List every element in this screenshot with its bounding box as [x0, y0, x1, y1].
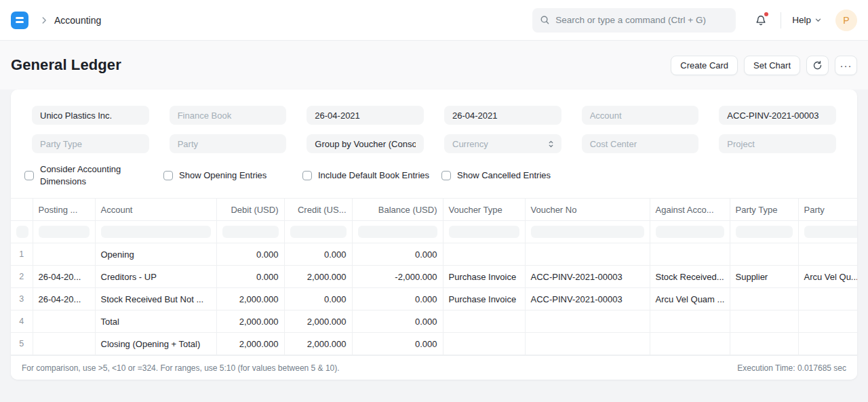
finance-book-input[interactable]: [178, 110, 279, 121]
cell-posting-date[interactable]: [33, 333, 95, 355]
cell-balance[interactable]: 0.000: [352, 333, 443, 355]
search-bar[interactable]: [532, 8, 736, 33]
filter-row-index[interactable]: [16, 226, 28, 238]
avatar[interactable]: P: [835, 9, 857, 31]
cell-account[interactable]: Total: [95, 310, 216, 333]
filter-voucher-no[interactable]: [531, 226, 644, 238]
cell-debit[interactable]: 0.000: [216, 266, 284, 288]
cell-voucher-no[interactable]: [525, 333, 650, 355]
cell-against-account[interactable]: Stock Received...: [650, 266, 730, 288]
menu-button[interactable]: ···: [835, 56, 857, 75]
cost-center-input[interactable]: [590, 139, 691, 149]
to-date-input[interactable]: [452, 110, 553, 121]
filter-party-type[interactable]: [32, 134, 149, 153]
cell-posting-date[interactable]: [33, 243, 95, 266]
cell-against-account[interactable]: Arcu Vel Quam ...: [650, 288, 730, 310]
filter-debit[interactable]: [222, 226, 279, 238]
cell-voucher-type[interactable]: [443, 333, 525, 355]
header-party-type[interactable]: Party Type: [730, 199, 798, 221]
cell-debit[interactable]: 0.000: [216, 243, 284, 266]
cell-party-type[interactable]: Supplier: [730, 266, 798, 288]
header-voucher-no[interactable]: Voucher No: [525, 199, 650, 221]
cell-voucher-no[interactable]: [525, 310, 650, 333]
filter-account[interactable]: [101, 226, 211, 238]
create-card-button[interactable]: Create Card: [671, 56, 738, 75]
breadcrumb-accounting[interactable]: Accounting: [54, 15, 101, 26]
filter-balance[interactable]: [358, 226, 437, 238]
header-debit[interactable]: Debit (USD): [216, 199, 284, 221]
filter-party-type[interactable]: [736, 226, 793, 238]
account-input[interactable]: [590, 110, 691, 121]
header-balance[interactable]: Balance (USD): [352, 199, 443, 221]
company-input[interactable]: [40, 110, 141, 121]
set-chart-button[interactable]: Set Chart: [744, 56, 800, 75]
cell-voucher-no[interactable]: ACC-PINV-2021-00003: [525, 266, 650, 288]
cell-credit[interactable]: 0.000: [284, 288, 352, 310]
from-date-input[interactable]: [315, 110, 416, 121]
cell-credit[interactable]: 2,000.000: [284, 333, 352, 355]
header-account[interactable]: Account: [95, 199, 216, 221]
cell-credit[interactable]: 0.000: [284, 243, 352, 266]
cell-credit[interactable]: 2,000.000: [284, 310, 352, 333]
header-row-index[interactable]: [11, 199, 33, 221]
cell-posting-date[interactable]: 26-04-20...: [33, 288, 95, 310]
filter-from-date[interactable]: [307, 106, 424, 125]
group-by-input[interactable]: [315, 139, 416, 149]
checkbox-show-opening-entries[interactable]: Show Opening Entries: [163, 163, 302, 187]
refresh-button[interactable]: [806, 56, 829, 75]
header-against-account[interactable]: Against Acco...: [650, 199, 730, 221]
cell-debit[interactable]: 2,000.000: [216, 310, 284, 333]
filter-party[interactable]: [804, 226, 858, 238]
filter-project[interactable]: [719, 134, 836, 153]
cell-against-account[interactable]: [650, 310, 730, 333]
filter-company[interactable]: [32, 106, 149, 125]
project-input[interactable]: [727, 139, 828, 149]
help-menu[interactable]: Help: [792, 15, 822, 25]
checkbox-show-cancelled-entries[interactable]: Show Cancelled Entries: [441, 163, 580, 187]
cell-against-account[interactable]: [650, 243, 730, 266]
currency-select[interactable]: [452, 139, 553, 149]
cell-account[interactable]: Stock Received But Not ...: [95, 288, 216, 310]
cell-account[interactable]: Creditors - UP: [95, 266, 216, 288]
cell-balance[interactable]: -2,000.000: [352, 266, 443, 288]
app-logo[interactable]: [11, 12, 28, 29]
party-input[interactable]: [178, 139, 279, 149]
cell-credit[interactable]: 2,000.000: [284, 266, 352, 288]
cell-account[interactable]: Closing (Opening + Total): [95, 333, 216, 355]
party-type-input[interactable]: [40, 139, 141, 149]
filter-currency[interactable]: [444, 134, 561, 153]
cell-party[interactable]: Arcu Vel Qu...: [798, 266, 857, 288]
checkbox-consider-accounting-dimensions[interactable]: Consider Accounting Dimensions: [24, 163, 163, 187]
cell-posting-date[interactable]: [33, 310, 95, 333]
cell-balance[interactable]: 0.000: [352, 310, 443, 333]
cell-against-account[interactable]: [650, 333, 730, 355]
cell-balance[interactable]: 0.000: [352, 288, 443, 310]
filter-posting-date[interactable]: [39, 226, 90, 238]
cell-balance[interactable]: 0.000: [352, 243, 443, 266]
header-posting-date[interactable]: Posting ...: [33, 199, 95, 221]
cell-voucher-no[interactable]: ACC-PINV-2021-00003: [525, 288, 650, 310]
filter-group-by[interactable]: [307, 134, 424, 153]
voucher-no-input[interactable]: [727, 110, 828, 121]
filter-party[interactable]: [170, 134, 287, 153]
filter-credit[interactable]: [290, 226, 347, 238]
cell-party[interactable]: [798, 288, 857, 310]
cell-account[interactable]: Opening: [95, 243, 216, 266]
cell-voucher-type[interactable]: Purchase Invoice: [443, 288, 525, 310]
cell-party[interactable]: [798, 243, 857, 266]
cell-party[interactable]: [798, 333, 857, 355]
header-party[interactable]: Party: [798, 199, 857, 221]
filter-account[interactable]: [582, 106, 699, 125]
cell-voucher-no[interactable]: [525, 243, 650, 266]
cell-debit[interactable]: 2,000.000: [216, 288, 284, 310]
filter-against-account[interactable]: [656, 226, 724, 238]
filter-voucher-type[interactable]: [449, 226, 519, 238]
filter-to-date[interactable]: [444, 106, 561, 125]
header-voucher-type[interactable]: Voucher Type: [443, 199, 525, 221]
filter-finance-book[interactable]: [170, 106, 287, 125]
checkbox-include-default-book-entries[interactable]: Include Default Book Entries: [302, 163, 441, 187]
cell-party-type[interactable]: [730, 310, 798, 333]
cell-party[interactable]: [798, 310, 857, 333]
cell-voucher-type[interactable]: Purchase Invoice: [443, 266, 525, 288]
notifications-button[interactable]: [752, 12, 770, 29]
